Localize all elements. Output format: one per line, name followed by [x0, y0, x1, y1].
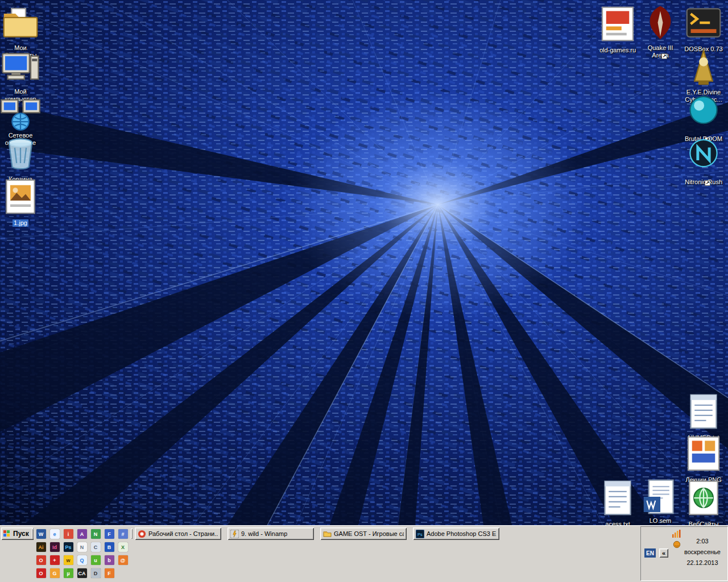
- icon-label: old-games.ru: [598, 47, 637, 54]
- quicklaunch-item-opera[interactable]: O: [34, 554, 48, 567]
- start-button-label: Пуск: [13, 530, 29, 538]
- quicklaunch-item-calculator[interactable]: C: [89, 541, 102, 554]
- opera-icon: O: [36, 555, 46, 565]
- desktop-icon-lo-sem-doc[interactable]: LO sem III.doc: [640, 476, 681, 525]
- nitronic-rush-icon: ↗: [683, 135, 724, 176]
- quicklaunch-item-internet-explorer[interactable]: e: [48, 527, 61, 541]
- shortcut-arrow-icon: ↗: [661, 53, 667, 59]
- desktop-icon-nitronic-rush[interactable]: ↗ Nitronic Rush: [683, 135, 724, 186]
- system-tray: EN « 2:03 воскресенье 22.12.2013: [640, 526, 728, 581]
- graphics-app-icon: A: [77, 529, 87, 539]
- task-button-desktop-page[interactable]: Рабочий стол - Страни...: [135, 527, 221, 540]
- internet-explorer-icon: e: [50, 529, 60, 539]
- quicklaunch-item-illustrator[interactable]: Ai: [34, 541, 48, 554]
- quicklaunch-item-photoshop[interactable]: Ps: [61, 541, 75, 554]
- icon-label: 1.jpg: [13, 219, 28, 227]
- desktop-icon-acess-txt[interactable]: acess.txt: [597, 477, 638, 525]
- clock-time: 2:03: [680, 536, 725, 547]
- quicklaunch-item-blue-app[interactable]: B: [102, 541, 116, 554]
- start-button[interactable]: Пуск: [1, 527, 34, 540]
- media-player-icon: G: [50, 568, 60, 578]
- web-shortcut-icon: [597, 3, 638, 44]
- media-app-icon: i: [64, 529, 73, 539]
- quicklaunch-item-firefox[interactable]: @: [116, 554, 130, 567]
- notepad-icon: N: [77, 542, 87, 552]
- quicklaunch-item-dvd-app[interactable]: D: [89, 567, 102, 580]
- desktop-icon-websites[interactable]: ВебСайты: [683, 477, 724, 525]
- quicklaunch-item-indesign[interactable]: Id: [48, 541, 61, 554]
- taskband-handle[interactable]: [131, 529, 133, 539]
- illustrator-icon: Ai: [36, 542, 46, 552]
- quicklaunch-item-firefox-browser[interactable]: F: [102, 567, 116, 580]
- quicklaunch-item-word[interactable]: W: [34, 527, 48, 541]
- indesign-icon: Id: [50, 542, 60, 552]
- task-button-label: Рабочий стол - Страни...: [148, 530, 218, 537]
- word-icon: W: [36, 529, 46, 539]
- excel-icon: X: [118, 542, 128, 552]
- tray-clock[interactable]: 2:03 воскресенье 22.12.2013: [680, 536, 725, 568]
- text-file-icon: [683, 391, 724, 432]
- language-indicator[interactable]: EN: [644, 548, 656, 558]
- opera-page-icon: [138, 530, 146, 538]
- nero-icon: N: [91, 529, 101, 539]
- my-documents-icon: [0, 3, 41, 44]
- wallpaper: [0, 0, 728, 525]
- table-app-icon: #: [118, 529, 128, 539]
- desktop: Мои Документы Мой компьютер Сетевое окру…: [0, 0, 728, 525]
- quicklaunch-item-utorrent-green[interactable]: µ: [61, 567, 75, 580]
- dosbox-icon: [683, 2, 724, 43]
- quicklaunch-item-purple-app[interactable]: b: [102, 554, 116, 567]
- shortcut-arrow-icon: ↗: [705, 180, 710, 186]
- task-button-photoshop[interactable]: Ps Adobe Photoshop CS3 E...: [413, 527, 499, 540]
- quicklaunch-item-media-player[interactable]: G: [48, 567, 61, 580]
- quicklaunch-item-opera-browser[interactable]: O: [34, 567, 48, 580]
- text-file-icon: [597, 477, 638, 518]
- blue-app-icon: B: [105, 542, 114, 552]
- quicklaunch-item-notepad[interactable]: N: [75, 541, 89, 554]
- utorrent-green-icon: µ: [64, 568, 73, 578]
- network-places-icon: [0, 91, 41, 132]
- clock-weekday: воскресенье: [680, 547, 725, 558]
- quicklaunch-item-winamp[interactable]: w: [61, 554, 75, 567]
- word-document-icon: [640, 476, 681, 517]
- desktop-icon-lekcii-png[interactable]: Лекции.PNG: [683, 433, 724, 484]
- save-app-icon: F: [105, 529, 114, 539]
- windows-logo-icon: [3, 530, 11, 538]
- desktop-icon-1-jpg[interactable]: 1.jpg: [0, 176, 41, 227]
- red-cross-app-icon: +: [50, 555, 60, 565]
- quicklaunch-item-table-app[interactable]: #: [116, 527, 130, 541]
- quicklaunch-item-red-cross-app[interactable]: +: [48, 554, 61, 567]
- desktop-icon-dosbox[interactable]: DOSBox 0.73: [683, 2, 724, 53]
- task-button-game-ost-folder[interactable]: GAME OST - Игровые са...: [320, 527, 407, 540]
- quicklaunch-item-commander[interactable]: CA: [75, 567, 89, 580]
- purple-app-icon: b: [105, 555, 114, 565]
- quicklaunch-handle[interactable]: [32, 529, 34, 539]
- tray-collapse-button[interactable]: «: [659, 548, 668, 558]
- task-button-label: 9. wild - Winamp: [241, 530, 287, 537]
- task-button-label: GAME OST - Игровые са...: [334, 530, 404, 537]
- quicklaunch-item-nero[interactable]: N: [89, 527, 102, 541]
- eye-divine-icon: ↗: [683, 48, 724, 89]
- quicklaunch-item-save-app[interactable]: F: [102, 527, 116, 541]
- web-folder-icon: [683, 477, 724, 518]
- icon-label: LO sem III.doc: [640, 517, 681, 525]
- utorrent-icon: u: [91, 555, 101, 565]
- folder-icon: [323, 530, 332, 538]
- quicklaunch-item-quicktime[interactable]: Q: [75, 554, 89, 567]
- dvd-app-icon: D: [91, 568, 101, 578]
- svg-text:Ps: Ps: [417, 531, 423, 537]
- png-image-icon: [683, 433, 724, 474]
- jpeg-image-icon: [0, 176, 41, 217]
- quicklaunch: WeiANF#AiIdPsNCBXO+wQub@OGµCADF: [34, 527, 130, 580]
- quicklaunch-item-graphics-app[interactable]: A: [75, 527, 89, 541]
- winamp-icon: w: [64, 555, 73, 565]
- quicklaunch-item-media-app[interactable]: i: [61, 527, 75, 541]
- task-button-winamp[interactable]: 9. wild - Winamp: [228, 527, 314, 540]
- quicklaunch-item-excel[interactable]: X: [116, 541, 130, 554]
- commander-icon: CA: [77, 568, 87, 578]
- quicktime-icon: Q: [77, 555, 87, 565]
- quicklaunch-item-utorrent[interactable]: u: [89, 554, 102, 567]
- desktop-icon-old-games-ru[interactable]: old-games.ru: [597, 3, 638, 55]
- my-computer-icon: [0, 47, 41, 88]
- desktop-icon-quake-iii-arena[interactable]: ↗ Quake III Arena: [640, 3, 681, 60]
